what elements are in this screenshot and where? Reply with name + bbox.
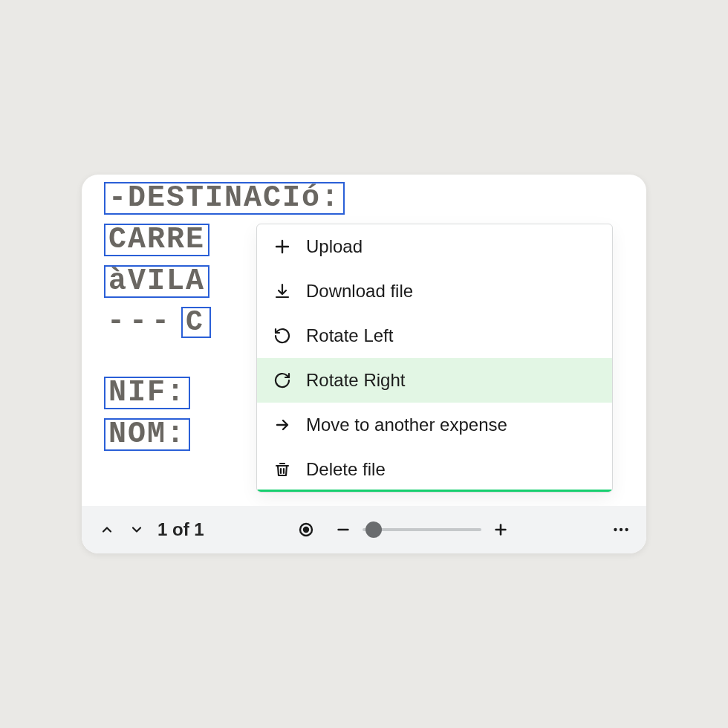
- viewer-toolbar: 1 of 1: [82, 506, 646, 553]
- menu-item-upload[interactable]: Upload: [257, 224, 612, 269]
- zoom-slider-thumb[interactable]: [365, 521, 382, 538]
- menu-item-download[interactable]: Download file: [257, 269, 612, 313]
- prev-page-button[interactable]: [95, 518, 119, 542]
- zoom-slider[interactable]: [363, 528, 481, 531]
- svg-point-9: [614, 528, 617, 531]
- zoom-in-button[interactable]: [489, 518, 513, 542]
- ocr-field-label: NOM:: [104, 418, 190, 451]
- next-page-button[interactable]: [125, 518, 149, 542]
- rotate-left-icon: [272, 325, 293, 346]
- menu-item-rotate-left[interactable]: Rotate Left: [257, 313, 612, 358]
- zoom-out-button[interactable]: [331, 518, 355, 542]
- ocr-token: àVILA: [104, 265, 209, 298]
- ocr-token: -DESTINACIó:: [104, 182, 345, 215]
- menu-item-rotate-right[interactable]: Rotate Right: [257, 358, 612, 403]
- chevron-up-icon: [100, 522, 114, 537]
- ocr-field-label: NIF:: [104, 377, 190, 409]
- eye-icon: [297, 521, 315, 539]
- menu-item-label: Delete file: [306, 459, 386, 480]
- ocr-dashes: ---: [104, 307, 177, 337]
- file-actions-menu: Upload Download file Rotate Left Rotate …: [256, 224, 613, 493]
- menu-item-delete[interactable]: Delete file: [257, 447, 612, 492]
- minus-icon: [335, 521, 351, 538]
- menu-item-move[interactable]: Move to another expense: [257, 403, 612, 447]
- download-icon: [272, 281, 293, 302]
- more-actions-button[interactable]: [609, 518, 633, 542]
- menu-item-label: Upload: [306, 236, 363, 257]
- ocr-token: C: [181, 307, 211, 338]
- plus-icon: [493, 521, 509, 538]
- plus-icon: [272, 236, 293, 257]
- menu-item-label: Rotate Right: [306, 370, 405, 391]
- reset-view-button[interactable]: [294, 518, 318, 542]
- document-viewer-card: -DESTINACIó: CARRE àVILA --- C NIF: NOM:: [82, 175, 646, 553]
- document-preview[interactable]: -DESTINACIó: CARRE àVILA --- C NIF: NOM:: [82, 175, 646, 506]
- chevron-down-icon: [129, 522, 144, 537]
- trash-icon: [272, 459, 293, 480]
- move-icon: [272, 415, 293, 435]
- svg-point-11: [625, 528, 628, 531]
- page-indicator: 1 of 1: [157, 519, 204, 540]
- ocr-token: CARRE: [104, 224, 209, 256]
- menu-item-label: Rotate Left: [306, 325, 393, 346]
- zoom-control: [331, 518, 513, 542]
- svg-point-5: [304, 527, 308, 532]
- rotate-right-icon: [272, 370, 293, 391]
- menu-item-label: Move to another expense: [306, 415, 507, 435]
- menu-item-label: Download file: [306, 281, 413, 302]
- svg-point-10: [620, 528, 623, 531]
- more-horizontal-icon: [611, 520, 631, 539]
